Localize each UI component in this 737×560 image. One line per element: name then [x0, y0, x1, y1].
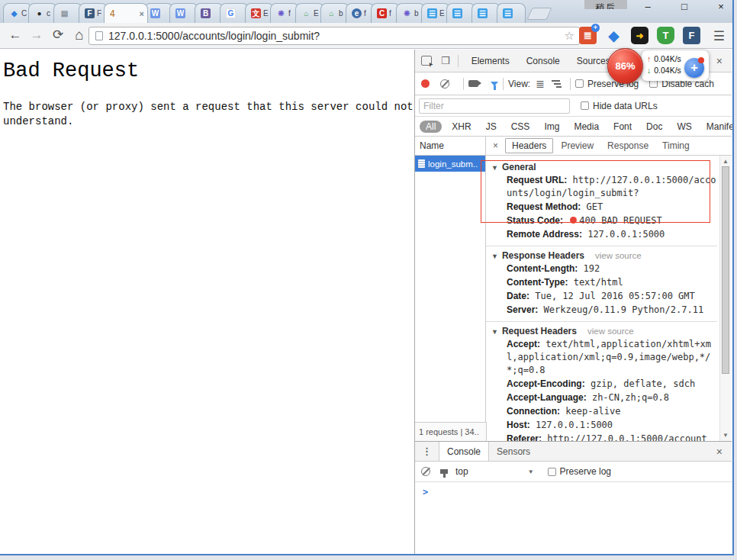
type-filter-all[interactable]: All: [420, 121, 442, 133]
filter-input[interactable]: [419, 98, 570, 114]
detail-tab-timing[interactable]: Timing: [656, 139, 696, 153]
network-filter-icon[interactable]: [491, 82, 498, 86]
phone-extension-icon[interactable]: ➜: [631, 27, 648, 44]
floating-chat-head[interactable]: +: [684, 58, 704, 78]
tab-19[interactable]: ☰: [497, 3, 526, 23]
shield-extension-icon[interactable]: T: [657, 27, 674, 44]
back-icon[interactable]: ←: [6, 27, 24, 43]
screenshot-camera-icon[interactable]: [468, 80, 478, 87]
header-line: Accept-Language: zh-CN,zh;q=0.8: [491, 391, 717, 404]
section-header[interactable]: ▼General: [491, 162, 717, 172]
type-filter-img[interactable]: Img: [539, 121, 564, 133]
tab-title: E: [263, 9, 269, 18]
type-filter-manifest[interactable]: Manifest: [702, 121, 734, 133]
disclosure-triangle-icon[interactable]: ▼: [491, 253, 498, 260]
console-tabbar: ⋮ ConsoleSensors ×: [415, 442, 732, 462]
header-key: Server:: [507, 304, 538, 315]
ime-clipped-badge: 稍后: [584, 0, 627, 9]
devtools-panel: ❒ ElementsConsoleSources × View: ≣: [415, 50, 732, 554]
device-toolbar-icon[interactable]: ❒: [441, 55, 450, 66]
console-tab-sensors[interactable]: Sensors: [489, 442, 538, 461]
tab-close-icon[interactable]: ×: [140, 9, 144, 18]
section-title: General: [502, 162, 536, 172]
tab-title: f: [364, 9, 366, 18]
request-doc-icon: [418, 159, 425, 168]
tab-active[interactable]: 4×: [104, 3, 148, 23]
detail-tab-response[interactable]: Response: [601, 139, 655, 153]
kebab-menu-icon[interactable]: ⋮: [415, 446, 439, 457]
url-text[interactable]: 127.0.0.1:5000/accounts/login/login_subm…: [108, 30, 562, 42]
f-extension-icon[interactable]: F: [683, 27, 700, 44]
waterfall-view-icon[interactable]: [552, 79, 562, 88]
devtools-tab-console[interactable]: Console: [518, 56, 568, 66]
header-value: zh-CN,zh;q=0.8: [592, 392, 669, 403]
menu-icon[interactable]: ☰: [713, 28, 725, 44]
console-preserve-log-label[interactable]: Preserve log: [560, 466, 611, 477]
maximize-button[interactable]: □: [677, 1, 691, 12]
type-filter-ws[interactable]: WS: [672, 121, 696, 133]
view-source-link[interactable]: view source: [587, 327, 634, 336]
type-filter-css[interactable]: CSS: [507, 121, 535, 133]
header-value: Tue, 12 Jul 2016 05:57:00 GMT: [535, 291, 695, 301]
request-summary: 1 requests | 34..: [415, 422, 487, 441]
list-view-icon[interactable]: ≣: [536, 78, 544, 90]
request-name: login_subm..: [428, 159, 478, 169]
disclosure-triangle-icon[interactable]: ▼: [491, 328, 498, 336]
bank-favicon: ⌂: [301, 8, 311, 18]
devtools-close-icon[interactable]: ×: [707, 55, 732, 67]
notebook-extension-icon[interactable]: ≣: [579, 27, 597, 44]
header-key: Status Code:: [507, 215, 563, 226]
request-row-selected[interactable]: login_subm..: [415, 156, 485, 172]
console-preserve-log-checkbox[interactable]: [548, 468, 556, 476]
section-header[interactable]: ▼Request Headersview source: [491, 326, 717, 336]
home-icon[interactable]: ⌂: [70, 27, 89, 43]
devtools-tab-elements[interactable]: Elements: [463, 56, 518, 66]
forward-icon[interactable]: →: [27, 27, 46, 43]
close-button[interactable]: ×: [714, 1, 728, 12]
clear-icon[interactable]: [440, 79, 449, 89]
detail-tab-headers[interactable]: Headers: [505, 138, 553, 153]
clear-console-icon[interactable]: [421, 467, 430, 476]
web-page: Bad Request The browser (or proxy) sent …: [0, 50, 415, 554]
console-close-icon[interactable]: ×: [707, 446, 732, 458]
minimize-button[interactable]: –: [641, 1, 655, 12]
google-favicon: G: [226, 8, 236, 18]
new-tab-button[interactable]: [526, 8, 552, 20]
section-header[interactable]: ▼Response Headersview source: [491, 250, 717, 261]
header-key: Connection:: [507, 406, 560, 417]
chevron-down-icon[interactable]: ▼: [528, 468, 534, 475]
network-filter-row: Hide data URLs: [415, 95, 732, 117]
hide-data-urls-checkbox[interactable]: [581, 101, 589, 110]
record-icon[interactable]: [421, 79, 430, 88]
bookmark-star-icon[interactable]: ☆: [565, 29, 574, 43]
hide-data-urls-label[interactable]: Hide data URLs: [593, 101, 658, 111]
console-prompt[interactable]: >: [415, 482, 732, 497]
percent-badge[interactable]: 86%: [607, 48, 643, 84]
name-column-header[interactable]: Name: [415, 137, 485, 156]
header-value: GET: [587, 201, 603, 212]
view-source-link[interactable]: view source: [595, 251, 642, 260]
disclosure-triangle-icon[interactable]: ▼: [491, 164, 498, 172]
address-bar[interactable]: 127.0.0.1:5000/accounts/login/login_subm…: [89, 27, 580, 45]
gem-extension-icon[interactable]: ◆: [605, 27, 623, 44]
close-request-icon[interactable]: ×: [486, 140, 505, 151]
type-filter-xhr[interactable]: XHR: [447, 121, 475, 133]
console-tab-console[interactable]: Console: [439, 442, 489, 461]
type-filter-media[interactable]: Media: [569, 121, 603, 133]
headers-scrollbar[interactable]: ▲ ▼: [719, 156, 731, 441]
scroll-up-icon[interactable]: ▲: [720, 158, 731, 165]
bank-favicon: ⌂: [327, 8, 336, 18]
preserve-log-checkbox[interactable]: [575, 79, 584, 88]
network-main: Name login_subm.. × HeadersPreviewRespon…: [415, 137, 732, 441]
execution-context-select[interactable]: top: [455, 466, 468, 477]
scroll-down-icon[interactable]: ▼: [720, 432, 731, 439]
scrollbar-thumb[interactable]: [722, 166, 729, 374]
type-filter-js[interactable]: JS: [481, 121, 501, 133]
type-filter-doc[interactable]: Doc: [642, 121, 667, 133]
inspect-element-icon[interactable]: [421, 56, 432, 66]
console-log-area[interactable]: >: [415, 482, 732, 554]
detail-tab-preview[interactable]: Preview: [555, 139, 600, 153]
reload-icon[interactable]: ⟳: [49, 27, 67, 43]
type-filter-font[interactable]: Font: [609, 121, 636, 133]
console-filter-icon[interactable]: [440, 469, 448, 474]
